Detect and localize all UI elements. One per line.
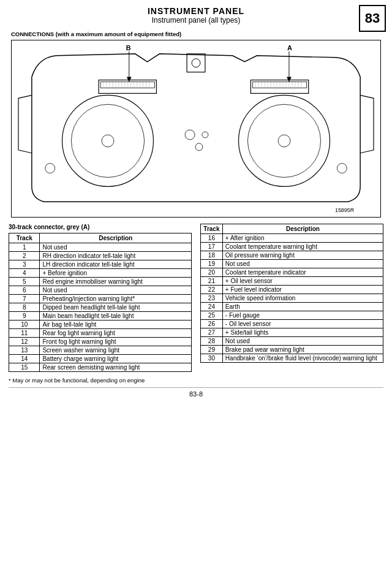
- desc-cell: Dipped beam headlight tell-tale light: [40, 303, 192, 312]
- desc-cell: Brake pad wear warning light: [222, 346, 383, 354]
- desc-cell: Oil pressure warning light: [222, 251, 383, 260]
- track-cell: 29: [201, 346, 223, 354]
- table-row: 26- Oil level sensor: [201, 320, 383, 328]
- desc-cell: Earth: [222, 303, 383, 311]
- desc-cell: Rear fog light warning light: [40, 329, 192, 338]
- desc-cell: + Fuel level indicator: [222, 286, 383, 294]
- desc-cell: Not used: [222, 337, 383, 346]
- desc-cell: + After ignition: [222, 234, 383, 243]
- page-badge: 83: [359, 5, 386, 32]
- track-cell: 11: [9, 329, 40, 338]
- desc-cell: Vehicle speed information: [222, 294, 383, 303]
- connector-b-label: B: [126, 44, 131, 51]
- track-cell: 13: [9, 346, 40, 355]
- connector-a-label: A: [287, 44, 292, 51]
- track-cell: 6: [9, 286, 40, 295]
- desc-cell: + Oil level sensor: [222, 277, 383, 286]
- track-cell: 18: [201, 251, 223, 260]
- footer-note: * May or may not be functional, dependin…: [0, 374, 392, 385]
- right-connector-table: Track Description 16+ After ignition17Co…: [200, 224, 383, 363]
- desc-cell: - Oil level sensor: [222, 320, 383, 328]
- table-row: 18Oil pressure warning light: [201, 251, 383, 260]
- track-cell: 9: [9, 312, 40, 320]
- track-cell: 2: [9, 252, 40, 260]
- desc-cell: Air bag tell-tale light: [40, 320, 192, 329]
- table-row: 11Rear fog light warning light: [9, 329, 192, 338]
- track-cell: 22: [201, 286, 223, 294]
- page-subtitle: Instrument panel (all types): [0, 16, 392, 25]
- table-row: 15Rear screen demisting warning light: [9, 363, 192, 372]
- desc-cell: Front fog light warning light: [40, 338, 192, 346]
- desc-cell: RH direction indicator tell-tale light: [40, 252, 192, 260]
- table-row: 7Preheating/injection warning light*: [9, 295, 192, 303]
- right-col-track: Track: [201, 224, 223, 234]
- left-table-container: 30-track connector, grey (A) Track Descr…: [9, 224, 192, 372]
- page-header: INSTRUMENT PANEL Instrument panel (all t…: [0, 0, 392, 27]
- desc-cell: - Fuel gauge: [222, 311, 383, 320]
- table-row: 27+ Side/tail lights: [201, 328, 383, 337]
- table-row: 2RH direction indicator tell-tale light: [9, 252, 192, 260]
- desc-cell: Main beam headlight tell-tale light: [40, 312, 192, 320]
- track-cell: 20: [201, 268, 223, 277]
- track-cell: 24: [201, 303, 223, 311]
- table-row: 25- Fuel gauge: [201, 311, 383, 320]
- table-row: 12Front fog light warning light: [9, 338, 192, 346]
- table-row: 13Screen washer warning light: [9, 346, 192, 355]
- footnote-text: May or may not be functional, depending …: [12, 377, 145, 384]
- desc-cell: Rear screen demisting warning light: [40, 363, 192, 372]
- table-row: 17Coolant temperature warning light: [201, 243, 383, 251]
- left-table-heading: 30-track connector, grey (A): [9, 224, 192, 230]
- section-title: INSTRUMENT PANEL: [0, 6, 392, 16]
- left-connector-table: Track Description 1Not used2RH direction…: [9, 233, 192, 372]
- desc-cell: Red engine immobiliser warning light: [40, 278, 192, 286]
- track-cell: 12: [9, 338, 40, 346]
- table-row: 5Red engine immobiliser warning light: [9, 278, 192, 286]
- desc-cell: Not used: [40, 243, 192, 252]
- track-cell: 8: [9, 303, 40, 312]
- desc-cell: Coolant temperature indicator: [222, 268, 383, 277]
- table-row: 6Not used: [9, 286, 192, 295]
- table-row: 9Main beam headlight tell-tale light: [9, 312, 192, 320]
- left-col-track: Track: [9, 233, 40, 243]
- track-cell: 30: [201, 354, 223, 363]
- track-cell: 10: [9, 320, 40, 329]
- table-row: 23Vehicle speed information: [201, 294, 383, 303]
- track-cell: 28: [201, 337, 223, 346]
- track-cell: 3: [9, 260, 40, 269]
- table-row: 14Battery charge warning light: [9, 355, 192, 363]
- page-number: 83-8: [9, 387, 383, 401]
- track-cell: 19: [201, 260, 223, 268]
- desc-cell: Preheating/injection warning light*: [40, 295, 192, 303]
- desc-cell: LH direction indicator tell-tale light: [40, 260, 192, 269]
- connections-label: CONNECTIONS (with a maximum amount of eq…: [11, 31, 381, 37]
- left-col-desc: Description: [40, 233, 192, 243]
- table-row: 28Not used: [201, 337, 383, 346]
- instrument-panel-diagram: B A: [11, 40, 381, 218]
- desc-cell: + Before ignition: [40, 269, 192, 278]
- track-cell: 23: [201, 294, 223, 303]
- table-row: 4+ Before ignition: [9, 269, 192, 278]
- tables-section: 30-track connector, grey (A) Track Descr…: [0, 220, 392, 374]
- desc-cell: Not used: [40, 286, 192, 295]
- svg-text:15895R: 15895R: [335, 207, 355, 213]
- table-row: 21+ Oil level sensor: [201, 277, 383, 286]
- table-row: 24Earth: [201, 303, 383, 311]
- desc-cell: Handbrake ‘on’/brake fluid level (nivoco…: [222, 354, 383, 363]
- table-row: 30Handbrake ‘on’/brake fluid level (nivo…: [201, 354, 383, 363]
- desc-cell: Battery charge warning light: [40, 355, 192, 363]
- table-row: 19Not used: [201, 260, 383, 268]
- track-cell: 17: [201, 243, 223, 251]
- table-row: 10Air bag tell-tale light: [9, 320, 192, 329]
- desc-cell: Not used: [222, 260, 383, 268]
- desc-cell: Screen washer warning light: [40, 346, 192, 355]
- table-row: 16+ After ignition: [201, 234, 383, 243]
- track-cell: 14: [9, 355, 40, 363]
- track-cell: 5: [9, 278, 40, 286]
- table-row: 1Not used: [9, 243, 192, 252]
- diagram-svg: B A: [12, 40, 380, 217]
- track-cell: 21: [201, 277, 223, 286]
- table-row: 8Dipped beam headlight tell-tale light: [9, 303, 192, 312]
- desc-cell: Coolant temperature warning light: [222, 243, 383, 251]
- track-cell: 4: [9, 269, 40, 278]
- track-cell: 27: [201, 328, 223, 337]
